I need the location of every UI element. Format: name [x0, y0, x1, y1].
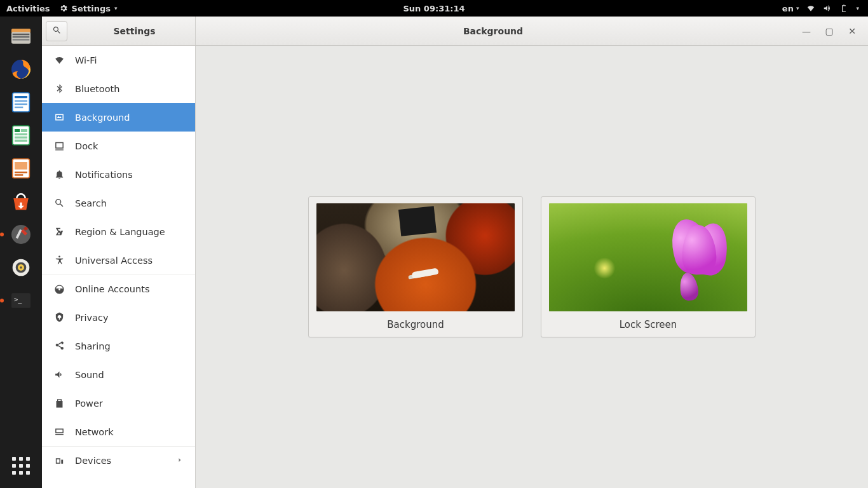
maximize-button[interactable]: ▢ — [825, 26, 834, 36]
wifi-icon — [53, 55, 65, 66]
clock[interactable]: Sun 09:31:14 — [403, 4, 465, 13]
dock-terminal[interactable]: >_ — [5, 285, 37, 316]
dock-calc[interactable] — [5, 119, 37, 151]
sidebar-item-bluetooth[interactable]: Bluetooth — [42, 74, 195, 103]
svg-rect-8 — [15, 100, 27, 102]
svg-rect-4 — [13, 39, 30, 41]
sidebar-item-sharing[interactable]: Sharing — [42, 332, 195, 360]
sidebar-item-label: Region & Language — [75, 227, 165, 237]
sharing-icon — [53, 341, 65, 352]
sidebar-item-privacy[interactable]: Privacy — [42, 303, 195, 332]
sidebar-item-label: Search — [75, 198, 107, 208]
svg-rect-6 — [13, 93, 30, 112]
svg-rect-10 — [15, 107, 23, 109]
notifications-icon — [53, 169, 65, 180]
minimize-button[interactable]: — — [802, 26, 811, 36]
sidebar-item-label: Background — [75, 112, 130, 123]
system-menu-chevron-icon[interactable]: ▾ — [856, 5, 859, 11]
region-icon — [53, 226, 65, 238]
svg-rect-14 — [15, 133, 27, 135]
sidebar-search-button[interactable] — [46, 21, 67, 41]
sidebar-item-dock[interactable]: Dock — [42, 132, 195, 160]
sidebar-item-notifications[interactable]: Notifications — [42, 160, 195, 189]
battery-icon[interactable] — [839, 4, 848, 13]
universal-icon — [53, 255, 65, 266]
sound-icon — [53, 369, 65, 381]
input-language-indicator[interactable]: en ▾ — [782, 4, 799, 13]
svg-point-27 — [20, 266, 22, 268]
background-label: Background — [316, 318, 515, 330]
lockscreen-chooser[interactable]: Lock Screen — [541, 196, 756, 337]
svg-rect-2 — [13, 34, 30, 36]
power-icon — [53, 398, 65, 409]
dock-rhythmbox[interactable] — [5, 252, 37, 283]
sidebar-item-wifi[interactable]: Wi-Fi — [42, 46, 195, 74]
sidebar-item-devices[interactable]: Devices — [42, 446, 195, 475]
sidebar-item-label: Notifications — [75, 170, 133, 180]
dock-firefox[interactable] — [5, 53, 37, 85]
sidebar-item-label: Privacy — [75, 313, 109, 323]
sidebar-item-label: Devices — [75, 456, 111, 466]
volume-icon[interactable] — [823, 4, 832, 13]
svg-text:>_: >_ — [14, 296, 22, 304]
lang-label: en — [782, 4, 794, 13]
sidebar-item-search[interactable]: Search — [42, 189, 195, 217]
svg-rect-3 — [13, 36, 30, 38]
svg-rect-19 — [15, 172, 27, 173]
dock-icon — [53, 140, 65, 152]
sidebar-item-region[interactable]: Region & Language — [42, 217, 195, 246]
lockscreen-preview — [549, 203, 747, 311]
gnome-topbar: Activities Settings ▾ Sun 09:31:14 en ▾ … — [0, 0, 868, 17]
dock-settings[interactable] — [5, 219, 37, 250]
close-button[interactable]: ✕ — [848, 26, 857, 36]
dock-impress[interactable] — [5, 152, 37, 184]
settings-gear-icon — [59, 4, 68, 13]
network-icon — [53, 426, 65, 438]
privacy-icon — [53, 312, 65, 323]
chevron-down-icon: ▾ — [114, 5, 118, 11]
sidebar-title: Settings — [74, 26, 195, 36]
sidebar-item-label: Wi-Fi — [75, 55, 97, 65]
sidebar-item-online[interactable]: Online Accounts — [42, 274, 195, 303]
background-preview — [316, 203, 515, 311]
background-chooser[interactable]: Background — [308, 196, 523, 337]
search-icon — [52, 25, 62, 37]
window-controls: — ▢ ✕ — [790, 26, 868, 36]
sidebar-item-power[interactable]: Power — [42, 389, 195, 417]
sidebar-item-universal[interactable]: Universal Access — [42, 246, 195, 274]
chevron-down-icon: ▾ — [796, 5, 799, 11]
settings-window: Settings Background — ▢ ✕ Wi-FiBluetooth… — [42, 17, 868, 488]
sidebar-item-label: Sharing — [75, 341, 111, 351]
dock-writer[interactable] — [5, 86, 37, 118]
sidebar-item-label: Power — [75, 398, 103, 409]
svg-point-30 — [58, 255, 60, 257]
svg-rect-9 — [15, 104, 27, 105]
online-icon — [53, 283, 65, 295]
svg-rect-16 — [15, 140, 27, 142]
search-icon — [53, 198, 65, 209]
grid-icon — [12, 457, 30, 475]
svg-rect-18 — [15, 162, 27, 170]
devices-icon — [53, 455, 65, 466]
sidebar-item-label: Sound — [75, 370, 104, 380]
sidebar-item-label: Network — [75, 427, 114, 437]
chevron-right-icon — [176, 456, 184, 466]
sidebar-item-label: Online Accounts — [75, 284, 149, 294]
svg-rect-15 — [15, 137, 27, 139]
dock-files[interactable] — [5, 20, 37, 52]
sidebar-item-background[interactable]: Background — [42, 103, 195, 132]
activities-button[interactable]: Activities — [6, 4, 50, 13]
svg-rect-12 — [15, 129, 20, 132]
sidebar-item-label: Bluetooth — [75, 84, 119, 94]
app-menu[interactable]: Settings ▾ — [59, 4, 118, 13]
sidebar-item-sound[interactable]: Sound — [42, 360, 195, 389]
sidebar-item-network[interactable]: Network — [42, 417, 195, 446]
dock-software[interactable] — [5, 186, 37, 217]
svg-rect-20 — [15, 174, 23, 176]
settings-sidebar[interactable]: Wi-FiBluetoothBackgroundDockNotification… — [42, 46, 196, 488]
sidebar-item-label: Dock — [75, 141, 98, 151]
sidebar-item-label: Universal Access — [75, 255, 153, 266]
show-applications-button[interactable] — [5, 450, 37, 482]
network-wifi-icon[interactable] — [806, 4, 815, 13]
window-headerbar: Settings Background — ▢ ✕ — [42, 17, 868, 46]
